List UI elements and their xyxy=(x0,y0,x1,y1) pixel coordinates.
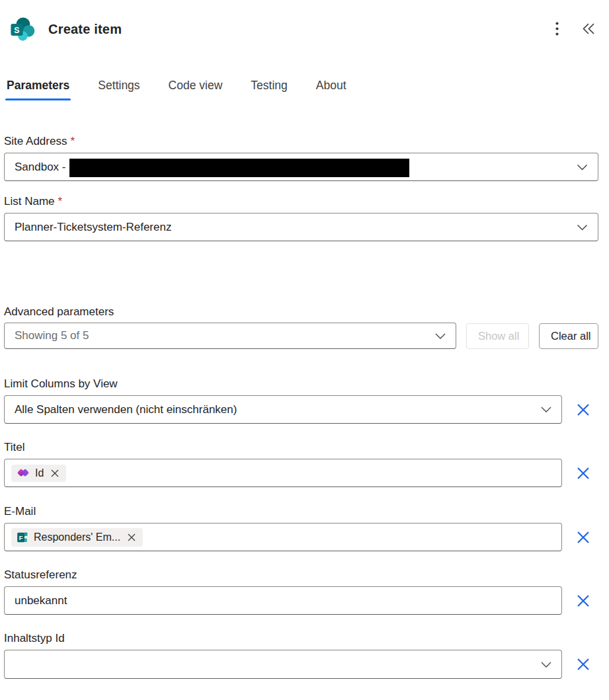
required-asterisk: * xyxy=(58,195,63,208)
limit-columns-group: Limit Columns by View Alle Spalten verwe… xyxy=(4,377,609,424)
action-title: Create item xyxy=(48,22,122,37)
svg-text:S: S xyxy=(14,26,19,35)
list-name-group: List Name* Planner-Ticketsystem-Referenz xyxy=(4,195,609,241)
chevron-down-icon xyxy=(541,407,551,412)
chevron-down-icon xyxy=(435,333,446,339)
clear-email-button[interactable] xyxy=(574,528,592,547)
site-address-dropdown[interactable]: Sandbox - xyxy=(4,153,598,181)
token-dismiss-icon[interactable] xyxy=(126,532,137,543)
clear-limit-columns-button[interactable] xyxy=(574,401,592,419)
powerapps-icon xyxy=(16,467,30,479)
tab-parameters[interactable]: Parameters xyxy=(5,79,71,104)
svg-text:F: F xyxy=(19,534,23,541)
advanced-summary: Showing 5 of 5 xyxy=(15,329,89,342)
limit-columns-dropdown[interactable]: Alle Spalten verwenden (nicht einschränk… xyxy=(4,395,562,424)
email-group: E-Mail F Responders' Em... xyxy=(4,505,609,551)
tab-about[interactable]: About xyxy=(315,79,348,104)
clear-x-icon xyxy=(575,593,591,609)
tab-settings[interactable]: Settings xyxy=(97,79,141,104)
chevron-down-icon xyxy=(577,224,588,231)
clear-inhaltstyp-button[interactable] xyxy=(574,655,592,674)
parameters-panel: Site Address* Sandbox - List Name* Plann… xyxy=(0,135,609,679)
email-label: E-Mail xyxy=(4,505,609,518)
required-asterisk: * xyxy=(70,135,75,147)
dynamic-content-token-responders-email[interactable]: F Responders' Em... xyxy=(11,528,143,547)
sharepoint-icon: S xyxy=(9,17,36,42)
inhaltstyp-group: Inhaltstyp Id xyxy=(4,632,609,679)
kebab-menu-icon xyxy=(555,22,559,36)
advanced-parameters-dropdown[interactable]: Showing 5 of 5 xyxy=(4,323,456,349)
list-name-label: List Name* xyxy=(4,195,609,208)
titel-input[interactable]: Id xyxy=(4,459,562,487)
advanced-parameters-label: Advanced parameters xyxy=(4,305,609,319)
statusreferenz-label: Statusreferenz xyxy=(4,568,609,582)
site-address-group: Site Address* Sandbox - xyxy=(4,135,609,181)
email-input[interactable]: F Responders' Em... xyxy=(4,523,562,551)
forms-icon: F xyxy=(16,531,29,544)
limit-columns-value: Alle Spalten verwenden (nicht einschränk… xyxy=(15,403,237,416)
tab-code-view[interactable]: Code view xyxy=(167,79,224,104)
tab-bar: Parameters Settings Code view Testing Ab… xyxy=(0,79,609,104)
clear-x-icon xyxy=(575,465,591,481)
titel-label: Titel xyxy=(4,441,609,454)
redacted-value xyxy=(69,159,409,177)
clear-x-icon xyxy=(575,656,591,672)
statusreferenz-value: unbekannt xyxy=(15,594,67,607)
list-name-value: Planner-Ticketsystem-Referenz xyxy=(15,221,171,234)
collapse-panel-button[interactable] xyxy=(579,20,598,38)
statusreferenz-group: Statusreferenz unbekannt xyxy=(4,568,609,615)
clear-all-button[interactable]: Clear all xyxy=(539,323,598,349)
clear-titel-button[interactable] xyxy=(574,464,592,483)
site-address-label: Site Address* xyxy=(4,135,609,148)
limit-columns-label: Limit Columns by View xyxy=(4,377,609,391)
advanced-parameters-group: Advanced parameters Showing 5 of 5 Show … xyxy=(4,305,609,349)
double-chevron-left-icon xyxy=(581,22,596,35)
clear-statusreferenz-button[interactable] xyxy=(574,592,592,610)
token-dismiss-icon[interactable] xyxy=(50,468,60,479)
more-options-button[interactable] xyxy=(553,19,561,38)
action-header: S Create item xyxy=(0,0,609,42)
tab-testing[interactable]: Testing xyxy=(249,79,288,104)
show-all-button[interactable]: Show all xyxy=(466,323,529,349)
clear-x-icon xyxy=(575,529,591,545)
chevron-down-icon xyxy=(577,164,588,171)
chevron-down-icon xyxy=(541,662,551,668)
list-name-dropdown[interactable]: Planner-Ticketsystem-Referenz xyxy=(4,213,598,241)
token-label: Responders' Em... xyxy=(34,531,120,543)
dynamic-content-token-id[interactable]: Id xyxy=(11,465,66,482)
inhaltstyp-dropdown[interactable] xyxy=(4,650,562,679)
site-address-value: Sandbox - xyxy=(15,161,66,174)
inhaltstyp-label: Inhaltstyp Id xyxy=(4,632,609,645)
clear-x-icon xyxy=(575,402,591,418)
titel-group: Titel xyxy=(4,441,609,487)
statusreferenz-input[interactable]: unbekannt xyxy=(4,586,562,615)
token-label: Id xyxy=(35,467,44,479)
